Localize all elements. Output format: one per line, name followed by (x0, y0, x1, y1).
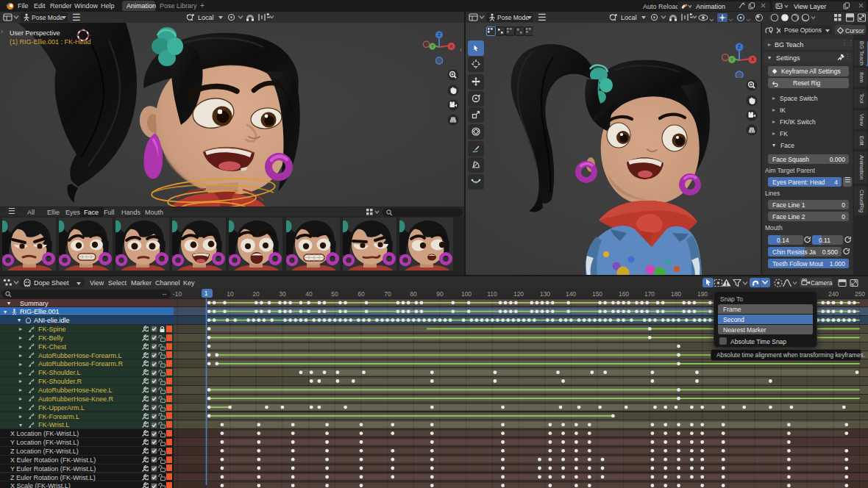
svg-text:Y: Y (730, 57, 733, 62)
svg-text:X: X (751, 57, 755, 62)
svg-text:Z: Z (738, 44, 741, 49)
